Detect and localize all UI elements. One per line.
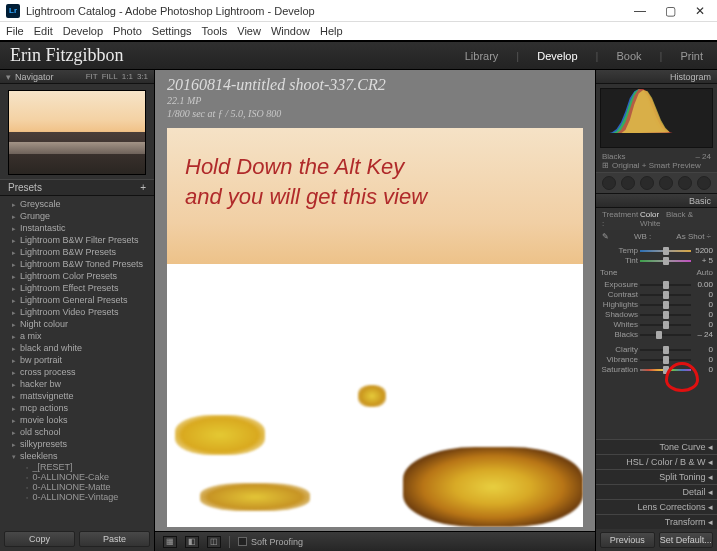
checkbox-icon[interactable] <box>238 537 247 546</box>
zoom-3-1[interactable]: 3:1 <box>137 72 148 81</box>
preset-folder[interactable]: Lightroom Effect Presets <box>0 282 154 294</box>
crop-tool-icon[interactable] <box>602 176 616 190</box>
clipping-blob <box>200 483 310 511</box>
preset-folder[interactable]: Lightroom Video Presets <box>0 306 154 318</box>
panel-header-collapsed[interactable]: Lens Corrections ◂ <box>596 499 717 514</box>
brush-tool-icon[interactable] <box>697 176 711 190</box>
preset-folder[interactable]: cross process <box>0 366 154 378</box>
tint-slider[interactable] <box>640 258 691 264</box>
preset-folder[interactable]: black and white <box>0 342 154 354</box>
menu-window[interactable]: Window <box>271 25 310 37</box>
clarity-slider[interactable] <box>640 347 691 353</box>
compare-icon[interactable]: ◫ <box>207 536 221 548</box>
zoom-fill[interactable]: FILL <box>102 72 118 81</box>
preset-folder[interactable]: Greyscale <box>0 198 154 210</box>
temp-label: Temp <box>600 246 638 255</box>
preset-folder[interactable]: Lightroom B&W Filter Presets <box>0 234 154 246</box>
contrast-slider[interactable] <box>640 292 691 298</box>
menu-help[interactable]: Help <box>320 25 343 37</box>
menu-edit[interactable]: Edit <box>34 25 53 37</box>
wb-dropdown[interactable]: As Shot ÷ <box>676 232 711 241</box>
panel-header-collapsed[interactable]: Transform ◂ <box>596 514 717 529</box>
redeye-tool-icon[interactable] <box>640 176 654 190</box>
preset-folder[interactable]: Instantastic <box>0 222 154 234</box>
zoom-1-1[interactable]: 1:1 <box>122 72 133 81</box>
module-book[interactable]: Book <box>612 48 645 64</box>
tone-auto-button[interactable]: Auto <box>697 268 713 277</box>
temp-slider[interactable] <box>640 248 691 254</box>
center-toolbar: ▦ ◧ ◫ Soft Proofing <box>155 531 595 551</box>
grad-filter-icon[interactable] <box>659 176 673 190</box>
module-library[interactable]: Library <box>461 48 503 64</box>
exposure-slider[interactable] <box>640 282 691 288</box>
preset-item[interactable]: _[RESET] <box>0 462 154 472</box>
vibrance-slider[interactable] <box>640 357 691 363</box>
preset-folder[interactable]: mcp actions <box>0 402 154 414</box>
treatment-color[interactable]: Color <box>640 210 659 219</box>
image-canvas[interactable]: Hold Down the Alt Key and you will get t… <box>167 128 583 527</box>
whites-slider[interactable] <box>640 322 691 328</box>
basic-header[interactable]: Basic <box>596 194 717 208</box>
shadows-slider[interactable] <box>640 312 691 318</box>
module-print[interactable]: Print <box>676 48 707 64</box>
menu-view[interactable]: View <box>237 25 261 37</box>
zoom-fit[interactable]: FIT <box>86 72 98 81</box>
panel-header-collapsed[interactable]: Detail ◂ <box>596 484 717 499</box>
preset-folder[interactable]: Night colour <box>0 318 154 330</box>
slider-label: Contrast <box>600 290 638 299</box>
histogram-header[interactable]: Histogram <box>596 70 717 84</box>
preset-folder[interactable]: Grunge <box>0 210 154 222</box>
presets-header[interactable]: Presets + <box>0 179 154 196</box>
menu-develop[interactable]: Develop <box>63 25 103 37</box>
navigator-thumbnail[interactable] <box>0 84 154 179</box>
preset-folder[interactable]: Lightroom Color Presets <box>0 270 154 282</box>
before-after-icon[interactable]: ◧ <box>185 536 199 548</box>
preset-folder[interactable]: mattsvignette <box>0 390 154 402</box>
spot-tool-icon[interactable] <box>621 176 635 190</box>
module-sep: | <box>592 48 603 64</box>
navigator-header[interactable]: Navigator FIT FILL 1:1 3:1 <box>0 70 154 84</box>
preset-item[interactable]: 0-ALLINONE-Cake <box>0 472 154 482</box>
close-button[interactable]: ✕ <box>685 1 715 21</box>
preset-folder[interactable]: movie looks <box>0 414 154 426</box>
tool-strip <box>596 172 717 194</box>
wb-eyedropper-icon[interactable]: ✎ <box>602 232 609 241</box>
preset-folder[interactable]: hacker bw <box>0 378 154 390</box>
histogram-chart[interactable] <box>600 88 713 148</box>
paste-button[interactable]: Paste <box>79 531 150 547</box>
preset-folder[interactable]: Lightroom B&W Toned Presets <box>0 258 154 270</box>
wb-label: WB : <box>634 232 651 241</box>
highlights-slider[interactable] <box>640 302 691 308</box>
radial-filter-icon[interactable] <box>678 176 692 190</box>
module-develop[interactable]: Develop <box>533 48 581 64</box>
blacks-slider[interactable] <box>640 332 691 338</box>
slider-value: – 24 <box>693 330 713 339</box>
preset-folder[interactable]: Lightroom General Presets <box>0 294 154 306</box>
preset-folder[interactable]: bw portrait <box>0 354 154 366</box>
preset-item[interactable]: 0-ALLINONE-Vintage <box>0 492 154 502</box>
menu-file[interactable]: File <box>6 25 24 37</box>
menu-photo[interactable]: Photo <box>113 25 142 37</box>
minimize-button[interactable]: — <box>625 1 655 21</box>
setdefault-button[interactable]: Set Default... <box>659 532 714 548</box>
soft-proofing-toggle[interactable]: Soft Proofing <box>238 537 303 547</box>
menu-tools[interactable]: Tools <box>202 25 228 37</box>
preset-folder[interactable]: sleeklens <box>0 450 154 462</box>
saturation-slider[interactable] <box>640 367 691 373</box>
presets-add-icon[interactable]: + <box>140 182 146 193</box>
preset-folder[interactable]: a mix <box>0 330 154 342</box>
panel-header-collapsed[interactable]: Tone Curve ◂ <box>596 439 717 454</box>
identity-plate: Erin Fitzgibbon <box>10 45 124 66</box>
preset-folder[interactable]: old school <box>0 426 154 438</box>
panel-header-collapsed[interactable]: Split Toning ◂ <box>596 469 717 484</box>
loupe-view-icon[interactable]: ▦ <box>163 536 177 548</box>
preset-folder[interactable]: Lightroom B&W Presets <box>0 246 154 258</box>
previous-button[interactable]: Previous <box>600 532 655 548</box>
preset-item[interactable]: 0-ALLINONE-Matte <box>0 482 154 492</box>
preset-folder[interactable]: silkypresets <box>0 438 154 450</box>
clipping-blob <box>175 415 265 455</box>
maximize-button[interactable]: ▢ <box>655 1 685 21</box>
copy-button[interactable]: Copy <box>4 531 75 547</box>
menu-settings[interactable]: Settings <box>152 25 192 37</box>
panel-header-collapsed[interactable]: HSL / Color / B & W ◂ <box>596 454 717 469</box>
